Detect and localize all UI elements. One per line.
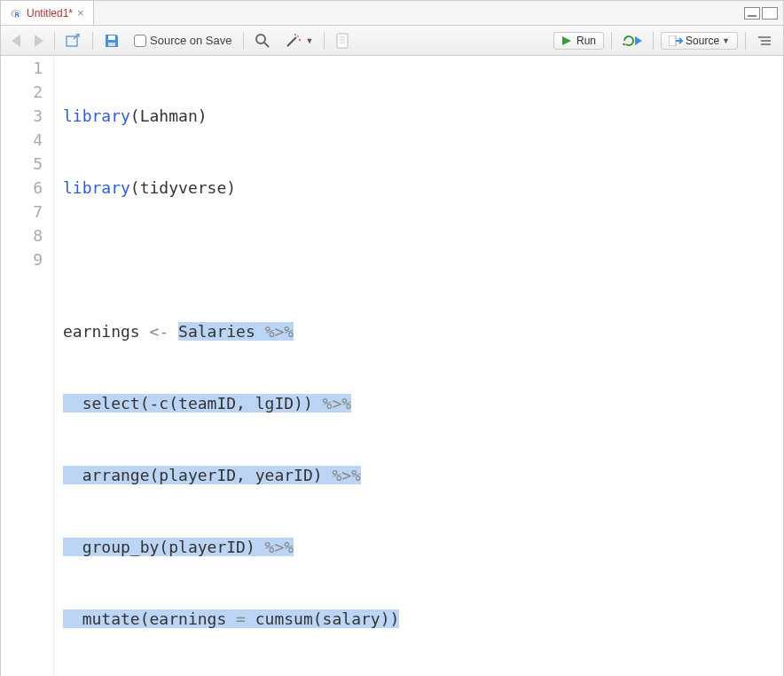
source-on-save-toggle[interactable]: Source on Save (130, 32, 236, 49)
checkbox-icon (134, 35, 146, 47)
find-button[interactable] (251, 31, 274, 51)
line-gutter: 1 2 3 4 5 6 7 8 9 (1, 56, 54, 676)
source-label: Source (686, 35, 719, 47)
editor-tab-untitled1[interactable]: R Untitled1* × (1, 1, 94, 25)
editor-tabbar: R Untitled1* × (1, 1, 783, 26)
svg-rect-16 (669, 35, 676, 46)
source-on-save-label: Source on Save (150, 34, 232, 47)
run-button[interactable]: Run (553, 32, 604, 50)
minimize-button[interactable] (744, 7, 760, 20)
show-in-new-window-button[interactable] (62, 32, 85, 50)
editor-toolbar: Source on Save ▼ Run Source (1, 26, 783, 56)
rerun-button[interactable] (619, 33, 646, 49)
close-icon[interactable]: × (77, 6, 84, 20)
chevron-down-icon: ▼ (722, 36, 730, 45)
forward-button[interactable] (31, 33, 47, 49)
run-icon (561, 35, 574, 46)
svg-point-10 (299, 39, 301, 41)
code-editor[interactable]: 1 2 3 4 5 6 7 8 9 library(Lahman) librar… (1, 56, 783, 676)
notebook-icon (335, 33, 349, 49)
svg-line-8 (287, 37, 296, 46)
editor-tab-title: Untitled1* (27, 7, 73, 20)
source-icon (669, 35, 683, 46)
popout-icon (66, 34, 82, 48)
source-button[interactable]: Source ▼ (661, 32, 738, 50)
search-icon (255, 33, 270, 49)
svg-text:R: R (15, 11, 20, 17)
svg-point-6 (256, 35, 265, 43)
svg-point-9 (297, 35, 299, 37)
svg-rect-12 (337, 34, 348, 48)
code-area[interactable]: library(Lahman) library(tidyverse) earni… (54, 56, 783, 676)
outline-button[interactable] (753, 33, 776, 49)
wand-icon (285, 33, 302, 49)
svg-rect-4 (108, 35, 115, 40)
svg-line-7 (264, 43, 269, 47)
back-button[interactable] (8, 33, 24, 49)
r-file-icon: R (10, 7, 22, 20)
save-button[interactable] (100, 31, 123, 51)
run-label: Run (576, 35, 596, 47)
save-icon (104, 33, 120, 49)
outline-icon (757, 35, 772, 47)
rerun-icon (623, 35, 642, 47)
window-buttons (744, 7, 783, 20)
source-pane: R Untitled1* × Source on Save ▼ (0, 0, 784, 676)
code-tools-button[interactable]: ▼ (281, 31, 318, 51)
compile-report-button[interactable] (332, 31, 353, 51)
maximize-button[interactable] (762, 7, 778, 20)
svg-point-11 (294, 34, 296, 35)
svg-rect-5 (108, 43, 115, 46)
chevron-down-icon: ▼ (306, 36, 314, 45)
